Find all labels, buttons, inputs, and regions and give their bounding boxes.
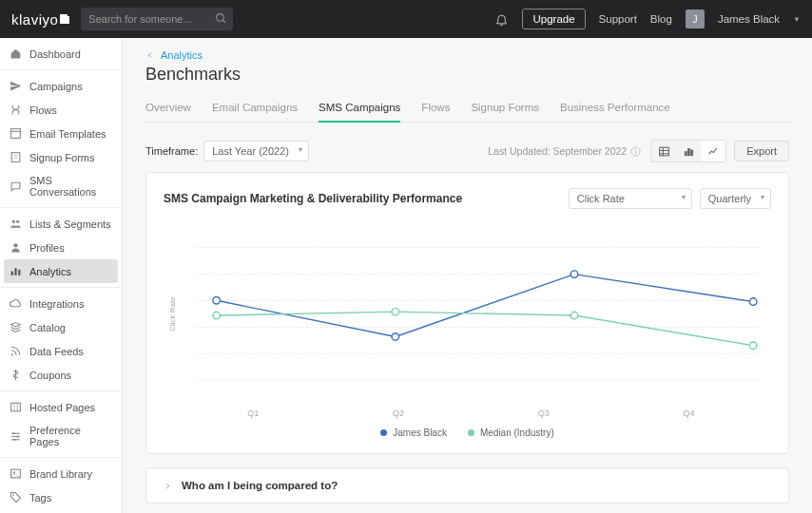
tab-business-performance[interactable]: Business Performance: [560, 98, 670, 122]
svg-point-37: [392, 333, 399, 341]
sidebar-item-label: Campaigns: [29, 81, 83, 92]
sliders-icon: [10, 430, 22, 443]
page-title: Benchmarks: [145, 65, 789, 85]
bars-icon: [10, 265, 22, 277]
tab-email-campaigns[interactable]: Email Campaigns: [212, 98, 298, 122]
svg-rect-11: [14, 268, 16, 276]
sidebar-item-tags[interactable]: Tags: [0, 485, 122, 509]
x-tick: Q2: [326, 408, 472, 418]
sidebar-item-label: Profiles: [29, 242, 65, 254]
flow-icon: [10, 104, 22, 116]
svg-rect-10: [11, 272, 13, 276]
search-input[interactable]: [81, 8, 233, 30]
sidebar-item-analytics[interactable]: Analytics: [4, 259, 118, 283]
svg-point-42: [570, 312, 578, 319]
legend-dot-icon: [468, 429, 474, 436]
bar-view-button[interactable]: [676, 141, 701, 162]
accordion-header: Who am I being compared to?: [164, 480, 771, 491]
export-button[interactable]: Export: [734, 141, 789, 162]
upgrade-button[interactable]: Upgrade: [522, 9, 585, 29]
svg-line-1: [222, 20, 225, 23]
table-view-button[interactable]: [651, 141, 676, 162]
sidebar-item-data-feeds[interactable]: Data Feeds: [0, 339, 122, 363]
form-icon: [10, 151, 22, 163]
sidebar-item-label: Preference Pages: [29, 425, 112, 447]
sidebar-item-label: Data Feeds: [29, 346, 84, 357]
sidebar-item-coupons[interactable]: Coupons: [0, 363, 122, 387]
svg-point-21: [17, 435, 19, 437]
sidebar-item-label: Hosted Pages: [29, 402, 95, 413]
sidebar-item-profiles[interactable]: Profiles: [0, 236, 122, 259]
sidebar-item-email-templates[interactable]: Email Templates: [0, 122, 122, 145]
svg-point-41: [392, 308, 399, 315]
blog-link[interactable]: Blog: [650, 13, 672, 25]
svg-rect-4: [11, 153, 20, 162]
logo[interactable]: klaviyo: [11, 11, 69, 28]
svg-point-25: [13, 495, 15, 497]
stack-icon: [10, 321, 22, 333]
sidebar-item-dashboard[interactable]: Dashboard: [0, 42, 122, 66]
tab-signup-forms[interactable]: Signup Forms: [471, 98, 539, 122]
user-menu-caret-icon[interactable]: ▼: [793, 15, 801, 24]
avatar[interactable]: J: [686, 10, 705, 28]
chart-area: Click Rate: [164, 218, 771, 408]
breadcrumb[interactable]: Analytics: [145, 49, 789, 61]
legend-item: James Black: [380, 428, 447, 438]
interval-dropdown[interactable]: Quarterly: [700, 188, 771, 209]
comparison-accordion[interactable]: Who am I being compared to?: [145, 467, 789, 504]
sidebar-item-catalog[interactable]: Catalog: [0, 315, 122, 339]
line-view-button[interactable]: [701, 141, 725, 162]
username[interactable]: James Black: [718, 13, 780, 25]
sidebar-item-lists-segments[interactable]: Lists & Segments: [0, 212, 122, 236]
svg-point-8: [16, 220, 19, 223]
sidebar-item-integrations[interactable]: Integrations: [0, 292, 122, 315]
svg-point-7: [12, 220, 15, 223]
top-nav: klaviyo Upgrade Support Blog J James Bla…: [0, 0, 812, 38]
sidebar-item-brand-library[interactable]: Brand Library: [0, 462, 122, 485]
plot: [181, 218, 771, 408]
sidebar-item-label: SMS Conversations: [29, 175, 112, 198]
info-icon: [630, 146, 641, 157]
sidebar-item-flows[interactable]: Flows: [0, 98, 122, 122]
legend-dot-icon: [380, 429, 387, 436]
metric-dropdown[interactable]: Click Rate: [569, 188, 692, 209]
last-updated: Last Updated: September 2022: [488, 145, 641, 157]
people-icon: [10, 218, 22, 230]
sidebar-item-label: Tags: [29, 492, 51, 504]
controls-row: Timeframe: Last Year (2022) Last Updated…: [145, 140, 789, 162]
svg-point-13: [11, 353, 13, 355]
sidebar-item-hosted-pages[interactable]: Hosted Pages: [0, 395, 122, 419]
y-axis-label: Click Rate: [168, 296, 177, 331]
x-tick: Q1: [181, 408, 326, 418]
sidebar-item-label: Integrations: [29, 298, 84, 310]
line-chart-icon: [707, 145, 720, 158]
sidebar-item-sms-conversations[interactable]: SMS Conversations: [0, 169, 122, 203]
timeframe-label: Timeframe:: [145, 145, 198, 157]
svg-rect-33: [685, 151, 686, 155]
svg-point-20: [12, 432, 14, 434]
sidebar-item-label: Brand Library: [29, 468, 92, 480]
topnav-right: Upgrade Support Blog J James Black ▼: [494, 9, 801, 29]
svg-point-43: [749, 342, 757, 350]
support-link[interactable]: Support: [599, 13, 637, 25]
legend-label: James Black: [393, 428, 447, 438]
notifications-icon[interactable]: [494, 12, 509, 27]
send-icon: [10, 80, 22, 92]
sidebar-item-label: Email Templates: [29, 128, 106, 140]
sidebar-item-preference-pages[interactable]: Preference Pages: [0, 419, 122, 453]
accordion-title: Who am I being compared to?: [182, 480, 338, 491]
svg-point-39: [749, 298, 757, 306]
tab-sms-campaigns[interactable]: SMS Campaigns: [319, 98, 400, 123]
last-updated-text: Last Updated: September 2022: [488, 145, 627, 157]
sidebar-item-signup-forms[interactable]: Signup Forms: [0, 145, 122, 169]
logo-text: klaviyo: [11, 11, 58, 28]
sidebar-item-label: Analytics: [29, 266, 71, 277]
logo-mark-icon: [60, 14, 69, 24]
sidebar-item-campaigns[interactable]: Campaigns: [0, 74, 122, 98]
tab-flows[interactable]: Flows: [421, 98, 450, 122]
timeframe-dropdown[interactable]: Last Year (2022): [203, 141, 309, 162]
tab-overview[interactable]: Overview: [145, 98, 191, 122]
sidebar-item-label: Lists & Segments: [29, 218, 111, 230]
chat-icon: [10, 180, 22, 193]
svg-point-9: [13, 243, 17, 247]
